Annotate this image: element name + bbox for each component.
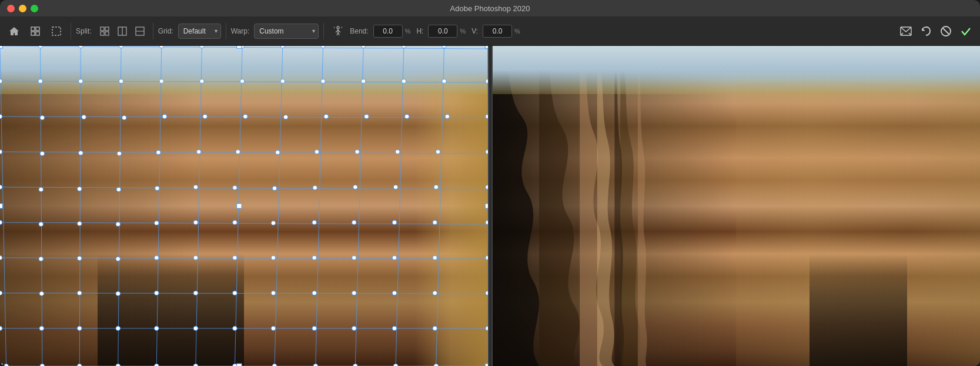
left-panel[interactable] [0,46,488,366]
window-controls [7,5,38,12]
warp-dropdown[interactable]: Custom Arc Arc Lower Arc Upper Arch Bulg… [254,24,319,39]
warp-dropdown-wrapper: Custom Arc Arc Lower Arc Upper Arch Bulg… [254,24,319,39]
h-pct: % [460,28,466,35]
v-pct: % [514,28,520,35]
toolbar: Split: Grid: Default [0,16,980,46]
h-input[interactable] [428,25,457,38]
svg-rect-1 [36,27,39,31]
svg-rect-5 [101,27,104,31]
grid-dropdown-wrapper: Default 3x3 4x4 5x5 [178,24,221,39]
select-button[interactable] [47,22,66,41]
sep2 [153,23,153,39]
svg-line-25 [943,28,949,34]
home-button[interactable] [5,22,24,41]
split-vert-button[interactable] [114,23,131,39]
close-button[interactable] [7,5,15,12]
bend-label: Bend: [350,27,368,35]
transform-button[interactable] [26,22,45,41]
right-panel[interactable] [493,46,981,366]
v-label: V: [471,27,478,35]
undo-button[interactable] [917,22,935,41]
sep4 [323,23,324,39]
canvas-area [0,46,980,366]
puppet-warp-button[interactable] [329,22,347,41]
svg-rect-7 [101,32,104,35]
app-title: Adobe Photoshop 2020 [450,4,530,13]
svg-line-20 [341,27,342,28]
bend-pct: % [405,28,411,35]
maximize-button[interactable] [31,5,38,12]
cancel-button[interactable] [936,22,955,41]
svg-rect-6 [105,27,109,31]
title-bar: Adobe Photoshop 2020 [0,0,980,16]
split-horiz-button[interactable] [132,23,148,39]
split-buttons [96,23,148,39]
envelope-button[interactable] [897,22,915,41]
svg-rect-0 [31,27,35,31]
svg-rect-8 [105,32,109,35]
minimize-button[interactable] [19,5,26,12]
svg-rect-2 [31,32,35,35]
grid-label: Grid: [158,27,173,35]
grid-dropdown[interactable]: Default 3x3 4x4 5x5 [178,24,221,39]
warp-label: Warp: [231,27,250,35]
sep3 [226,23,226,39]
action-buttons [897,22,975,41]
svg-point-13 [337,26,339,29]
svg-line-18 [338,32,339,35]
svg-line-19 [334,27,335,28]
h-label: H: [416,27,423,35]
svg-rect-4 [52,27,61,35]
v-input[interactable] [483,25,512,38]
sep1 [71,23,71,39]
confirm-button[interactable] [956,22,975,41]
svg-rect-3 [36,32,39,35]
split-grid-button[interactable] [96,23,113,39]
split-label: Split: [76,27,92,35]
panel-divider [489,46,491,366]
bend-input[interactable] [373,25,403,38]
